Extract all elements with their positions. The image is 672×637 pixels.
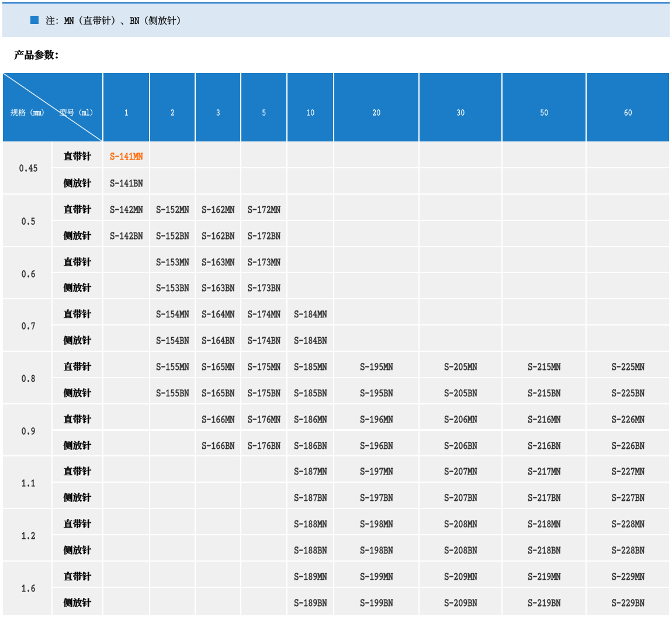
- empty-cell: [103, 299, 149, 324]
- col-header-label: 60: [587, 73, 594, 82]
- model-text: S-185BN: [287, 378, 314, 387]
- row-type-cell: 侧放针: [53, 326, 102, 351]
- model-text: S-217BN: [503, 483, 529, 491]
- model-cell: S-199MN: [334, 562, 418, 587]
- row-type-glyphs: [53, 352, 102, 377]
- model-text: S-152MN: [150, 195, 178, 203]
- model-glyphs: [334, 562, 418, 587]
- model-cell: S-176MN: [241, 404, 286, 430]
- model-text: S-197MN: [334, 456, 362, 465]
- spec-value: 0.5: [3, 195, 12, 203]
- model-glyphs: [150, 273, 195, 298]
- col-header-label: 2: [150, 73, 154, 82]
- model-glyphs: [420, 509, 501, 534]
- row-type-cell: 侧放针: [53, 168, 102, 193]
- model-text: S-166BN: [196, 431, 222, 439]
- model-cell: S-155BN: [150, 378, 195, 403]
- model-glyphs: [196, 221, 240, 246]
- model-glyphs: [420, 404, 501, 430]
- empty-cell: [587, 195, 669, 220]
- model-cell: S-154BN: [150, 326, 195, 351]
- empty-cell: [334, 247, 418, 272]
- model-glyphs: [334, 456, 418, 482]
- row-type-glyphs: [53, 588, 102, 615]
- row-type-text: 侧放针: [53, 483, 74, 493]
- model-glyphs: [287, 456, 333, 482]
- row-type-glyphs: [53, 168, 102, 193]
- empty-cell: [587, 141, 669, 167]
- model-text: S-174MN: [241, 299, 269, 308]
- row-type-text: 直带针: [53, 141, 74, 151]
- model-cell: S-166BN: [196, 431, 240, 456]
- model-cell: S-226MN: [587, 404, 669, 430]
- empty-cell: [503, 299, 586, 324]
- model-cell: S-197MN: [334, 456, 418, 482]
- col-header-2: 2: [150, 73, 195, 141]
- empty-cell: [241, 483, 286, 508]
- empty-cell: [503, 247, 586, 272]
- empty-cell: [587, 168, 669, 193]
- empty-cell: [334, 141, 418, 167]
- row-type-glyphs: [53, 273, 102, 298]
- empty-cell: [503, 195, 586, 220]
- empty-cell: [503, 273, 586, 298]
- model-glyphs: [503, 352, 586, 377]
- model-glyphs: [287, 509, 333, 534]
- empty-cell: [196, 535, 240, 560]
- empty-cell: [196, 588, 240, 615]
- model-cell: S-162BN: [196, 221, 240, 246]
- model-glyphs: [287, 404, 333, 430]
- model-glyphs: [241, 299, 286, 324]
- model-glyphs: [334, 378, 418, 403]
- empty-cell: [334, 273, 418, 298]
- model-glyphs: [420, 562, 501, 587]
- row-type-text: 侧放针: [53, 326, 74, 335]
- model-glyphs: [287, 483, 333, 508]
- empty-cell: [241, 168, 286, 193]
- empty-cell: [420, 299, 501, 324]
- model-glyphs: [503, 509, 586, 534]
- empty-cell: [334, 168, 418, 193]
- model-text: S-175BN: [241, 378, 268, 387]
- empty-cell: [103, 378, 149, 403]
- spec-cell: 0.9: [3, 404, 51, 456]
- empty-cell: [196, 562, 240, 587]
- model-cell: S-229BN: [587, 588, 669, 615]
- model-cell: S-215BN: [503, 378, 586, 403]
- empty-cell: [150, 456, 195, 482]
- row-type-cell: 直带针: [53, 195, 102, 220]
- model-glyphs: [103, 141, 149, 167]
- model-text: S-164MN: [196, 299, 224, 308]
- model-glyphs: [587, 404, 669, 430]
- model-cell: S-187MN: [287, 456, 333, 482]
- section-title-glyphs: [0, 44, 234, 67]
- empty-cell: [587, 273, 669, 298]
- model-text: S-229BN: [587, 588, 613, 597]
- model-glyphs: [103, 168, 149, 193]
- model-cell: S-172BN: [241, 221, 286, 246]
- empty-cell: [150, 509, 195, 534]
- model-link[interactable]: S-141MN: [103, 141, 149, 167]
- model-text: S-186BN: [287, 431, 314, 439]
- model-glyphs: [503, 535, 586, 560]
- model-text: S-155MN: [150, 352, 178, 361]
- model-glyphs: [241, 273, 286, 298]
- model-cell: S-228BN: [587, 535, 669, 560]
- row-type-glyphs: [53, 378, 102, 403]
- model-text: S-208BN: [420, 535, 446, 544]
- model-cell: S-175BN: [241, 378, 286, 403]
- model-text: S-154MN: [150, 299, 178, 308]
- model-glyphs: [334, 431, 418, 456]
- empty-cell: [103, 326, 149, 351]
- model-text: S-186MN: [287, 404, 316, 413]
- col-header-glyphs: [287, 73, 333, 141]
- model-text: S-226BN: [587, 431, 613, 439]
- model-cell: S-206BN: [420, 431, 501, 456]
- model-text: S-172BN: [241, 221, 268, 230]
- row-type-glyphs: [53, 326, 102, 351]
- empty-cell: [503, 141, 586, 167]
- model-text: S-173BN: [241, 273, 268, 282]
- model-glyphs: [150, 326, 195, 351]
- empty-cell: [103, 404, 149, 430]
- model-cell: S-174MN: [241, 299, 286, 324]
